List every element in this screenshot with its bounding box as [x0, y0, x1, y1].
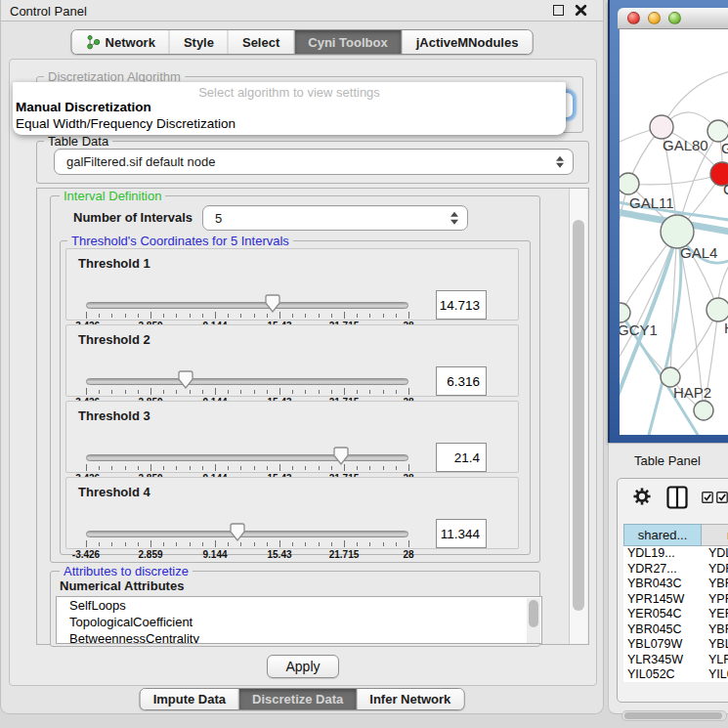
table-row[interactable]: YBR043CYBR0	[623, 577, 728, 592]
network-canvas[interactable]: GAL80GCGAL11GAL4GCY1HHAP2	[620, 29, 728, 435]
table-cell: YDR27...	[623, 562, 702, 578]
tab-jactivemnodules[interactable]: jActiveMNodules	[403, 30, 533, 54]
threshold-value-input[interactable]	[436, 366, 487, 396]
network-edge	[628, 174, 722, 185]
network-node-g[interactable]	[707, 120, 728, 142]
slider-tick	[383, 390, 384, 394]
slider-tick	[202, 542, 203, 546]
node-table[interactable]: shared...n YDL19...YDL1YDR27...YDR2YBR04…	[623, 524, 728, 682]
minimize-traffic-light-icon[interactable]	[648, 12, 661, 24]
table-cell: YBR0	[702, 577, 728, 592]
slider-tick	[305, 542, 306, 546]
zoom-traffic-light-icon[interactable]	[668, 12, 681, 24]
table-row[interactable]: YPR145WYPR1	[623, 592, 728, 608]
tab-cyni-toolbox[interactable]: Cyni Toolbox	[294, 30, 402, 54]
slider-tick	[396, 314, 397, 318]
slider-tick	[202, 314, 203, 318]
network-node-gal11[interactable]	[620, 173, 639, 194]
slider-tick	[111, 466, 112, 470]
table-row[interactable]: YDR27...YDR2	[623, 562, 728, 578]
slider-thumb[interactable]	[333, 447, 349, 465]
slider-thumb[interactable]	[230, 523, 245, 541]
threshold-value-input[interactable]	[436, 519, 487, 548]
dropdown-option-equal-width-frequency-discretization[interactable]: Equal Width/Frequency Discretization	[13, 115, 566, 132]
bottom-tab-bar: Impute DataDiscretize DataInfer Network	[140, 688, 465, 710]
bottom-tab-infer-network[interactable]: Infer Network	[357, 689, 463, 709]
table-data-select[interactable]: galFiltered.sif default node	[54, 149, 574, 175]
combo-stepper-icon	[556, 155, 564, 168]
threshold-value-input[interactable]	[436, 443, 487, 472]
scrollbar-thumb[interactable]	[573, 220, 584, 611]
list-scrollbar[interactable]	[527, 598, 540, 644]
slider-track[interactable]	[86, 302, 408, 309]
slider-tick	[138, 390, 139, 394]
slider-tick	[369, 542, 370, 546]
slider-track[interactable]	[86, 454, 408, 461]
attribute-list-item[interactable]: SelfLoops	[57, 597, 541, 614]
slider-thumb[interactable]	[178, 370, 193, 389]
network-node[interactable]	[694, 401, 713, 420]
close-traffic-light-icon[interactable]	[627, 12, 640, 24]
slider-tick	[163, 390, 164, 394]
threshold-slider[interactable]: -3.4262.8599.14415.4321.71528	[86, 523, 408, 560]
slider-tick	[357, 314, 358, 318]
node-label: GCY1	[620, 321, 658, 338]
slider-track[interactable]	[86, 378, 408, 385]
dropdown-option-manual-discretization[interactable]: Manual Discretization	[13, 99, 566, 115]
slider-track[interactable]	[86, 531, 408, 537]
slider-tick	[396, 466, 397, 470]
checkbox-icon[interactable]	[716, 492, 728, 503]
network-node-gcy1[interactable]	[620, 303, 630, 322]
threshold-value-input[interactable]	[436, 290, 487, 320]
table-row[interactable]: YLR345WYLR3	[623, 653, 728, 668]
table-row[interactable]: YIL052CYIL0	[623, 667, 728, 682]
slider-tick	[86, 540, 87, 547]
slider-thumb[interactable]	[265, 294, 280, 313]
apply-button[interactable]: Apply	[267, 655, 339, 678]
algorithm-dropdown-popup: Select algorithm to view settings Manual…	[13, 82, 566, 135]
table-cell: YIL0	[702, 667, 728, 682]
table-row[interactable]: YBR045CYBR0	[623, 622, 728, 638]
network-edge	[620, 232, 677, 365]
attribute-list-item[interactable]: TopologicalCoefficient	[57, 614, 541, 630]
slider-tick	[86, 312, 87, 319]
network-node-gal4[interactable]	[661, 215, 694, 248]
attribute-list-item[interactable]: BetweennessCentrality	[57, 630, 541, 644]
tab-select[interactable]: Select	[229, 30, 294, 54]
scrollbar-thumb[interactable]	[624, 712, 722, 719]
tab-style[interactable]: Style	[170, 30, 229, 54]
top-tab-bar: NetworkStyleSelectCyni ToolboxjActiveMNo…	[71, 29, 534, 55]
gear-icon[interactable]	[633, 488, 651, 505]
bottom-tab-impute-data[interactable]: Impute Data	[141, 689, 239, 709]
table-row[interactable]: YER054CYER0	[623, 607, 728, 622]
float-window-icon[interactable]	[553, 5, 564, 16]
table-row[interactable]: YDL19...YDL1	[623, 546, 728, 562]
table-toolbar	[618, 479, 728, 520]
numerical-attributes-list[interactable]: SelfLoopsTopologicalCoefficientBetweenne…	[56, 596, 542, 644]
slider-tick	[176, 466, 177, 470]
horizontal-scrollbar[interactable]	[621, 710, 727, 721]
tab-network[interactable]: Network	[72, 30, 170, 54]
slider-tick	[267, 314, 268, 318]
network-node-gal80[interactable]	[650, 115, 673, 139]
network-node-h[interactable]	[707, 298, 728, 321]
slider-tick	[150, 388, 151, 395]
scrollbar-thumb[interactable]	[529, 600, 538, 627]
column-header-1[interactable]: shared...	[623, 524, 702, 546]
split-columns-icon[interactable]	[666, 486, 688, 509]
slider-tick	[163, 542, 164, 546]
vertical-scrollbar[interactable]	[569, 189, 587, 644]
number-of-intervals-select[interactable]: 5	[202, 205, 468, 231]
column-header-2[interactable]: n	[702, 524, 728, 546]
dropdown-placeholder-option[interactable]: Select algorithm to view settings	[13, 82, 566, 99]
close-icon[interactable]	[575, 3, 587, 18]
slider-tick	[292, 314, 293, 318]
slider-tick	[408, 540, 409, 547]
network-window-titlebar[interactable]	[618, 8, 728, 29]
slider-tick	[176, 314, 177, 318]
bottom-tab-discretize-data[interactable]: Discretize Data	[239, 689, 357, 709]
table-row[interactable]: YBL079WYBL0	[623, 637, 728, 653]
slider-tick	[331, 314, 332, 318]
slider-tick	[150, 312, 151, 319]
checkbox-icon[interactable]	[702, 492, 713, 503]
